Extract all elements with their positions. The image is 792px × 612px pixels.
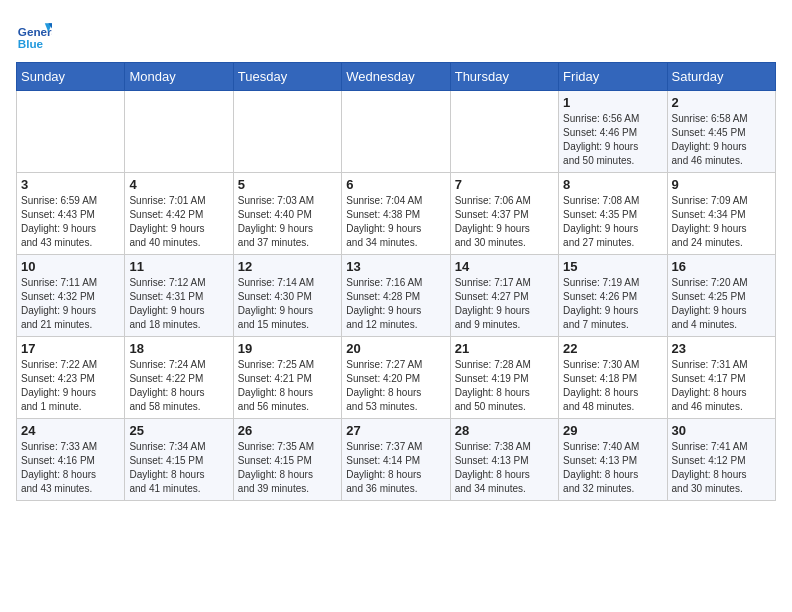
- day-number: 18: [129, 341, 228, 356]
- day-number: 4: [129, 177, 228, 192]
- day-info: Sunrise: 7:28 AM Sunset: 4:19 PM Dayligh…: [455, 358, 554, 414]
- day-info: Sunrise: 7:38 AM Sunset: 4:13 PM Dayligh…: [455, 440, 554, 496]
- day-info: Sunrise: 7:17 AM Sunset: 4:27 PM Dayligh…: [455, 276, 554, 332]
- day-info: Sunrise: 6:59 AM Sunset: 4:43 PM Dayligh…: [21, 194, 120, 250]
- day-cell: 14Sunrise: 7:17 AM Sunset: 4:27 PM Dayli…: [450, 255, 558, 337]
- day-info: Sunrise: 7:37 AM Sunset: 4:14 PM Dayligh…: [346, 440, 445, 496]
- day-cell: 4Sunrise: 7:01 AM Sunset: 4:42 PM Daylig…: [125, 173, 233, 255]
- day-number: 25: [129, 423, 228, 438]
- day-info: Sunrise: 7:30 AM Sunset: 4:18 PM Dayligh…: [563, 358, 662, 414]
- day-info: Sunrise: 7:04 AM Sunset: 4:38 PM Dayligh…: [346, 194, 445, 250]
- day-cell: 9Sunrise: 7:09 AM Sunset: 4:34 PM Daylig…: [667, 173, 775, 255]
- logo: General Blue: [16, 16, 56, 52]
- day-info: Sunrise: 7:11 AM Sunset: 4:32 PM Dayligh…: [21, 276, 120, 332]
- day-info: Sunrise: 7:41 AM Sunset: 4:12 PM Dayligh…: [672, 440, 771, 496]
- day-info: Sunrise: 7:06 AM Sunset: 4:37 PM Dayligh…: [455, 194, 554, 250]
- day-cell: 19Sunrise: 7:25 AM Sunset: 4:21 PM Dayli…: [233, 337, 341, 419]
- day-cell: 16Sunrise: 7:20 AM Sunset: 4:25 PM Dayli…: [667, 255, 775, 337]
- day-info: Sunrise: 7:33 AM Sunset: 4:16 PM Dayligh…: [21, 440, 120, 496]
- day-number: 2: [672, 95, 771, 110]
- day-info: Sunrise: 7:24 AM Sunset: 4:22 PM Dayligh…: [129, 358, 228, 414]
- day-info: Sunrise: 7:25 AM Sunset: 4:21 PM Dayligh…: [238, 358, 337, 414]
- day-info: Sunrise: 6:58 AM Sunset: 4:45 PM Dayligh…: [672, 112, 771, 168]
- day-info: Sunrise: 7:27 AM Sunset: 4:20 PM Dayligh…: [346, 358, 445, 414]
- day-cell: 5Sunrise: 7:03 AM Sunset: 4:40 PM Daylig…: [233, 173, 341, 255]
- day-number: 5: [238, 177, 337, 192]
- day-cell: 7Sunrise: 7:06 AM Sunset: 4:37 PM Daylig…: [450, 173, 558, 255]
- day-number: 14: [455, 259, 554, 274]
- week-row-5: 24Sunrise: 7:33 AM Sunset: 4:16 PM Dayli…: [17, 419, 776, 501]
- day-cell: 10Sunrise: 7:11 AM Sunset: 4:32 PM Dayli…: [17, 255, 125, 337]
- day-cell: [17, 91, 125, 173]
- day-info: Sunrise: 7:12 AM Sunset: 4:31 PM Dayligh…: [129, 276, 228, 332]
- day-cell: 8Sunrise: 7:08 AM Sunset: 4:35 PM Daylig…: [559, 173, 667, 255]
- day-cell: 28Sunrise: 7:38 AM Sunset: 4:13 PM Dayli…: [450, 419, 558, 501]
- day-number: 3: [21, 177, 120, 192]
- day-cell: [233, 91, 341, 173]
- day-number: 8: [563, 177, 662, 192]
- svg-text:Blue: Blue: [18, 37, 44, 50]
- day-cell: 26Sunrise: 7:35 AM Sunset: 4:15 PM Dayli…: [233, 419, 341, 501]
- weekday-header-wednesday: Wednesday: [342, 63, 450, 91]
- day-number: 23: [672, 341, 771, 356]
- weekday-header-sunday: Sunday: [17, 63, 125, 91]
- day-cell: 13Sunrise: 7:16 AM Sunset: 4:28 PM Dayli…: [342, 255, 450, 337]
- day-cell: 20Sunrise: 7:27 AM Sunset: 4:20 PM Dayli…: [342, 337, 450, 419]
- day-number: 28: [455, 423, 554, 438]
- day-info: Sunrise: 7:31 AM Sunset: 4:17 PM Dayligh…: [672, 358, 771, 414]
- day-number: 9: [672, 177, 771, 192]
- day-cell: 30Sunrise: 7:41 AM Sunset: 4:12 PM Dayli…: [667, 419, 775, 501]
- day-number: 12: [238, 259, 337, 274]
- weekday-header-friday: Friday: [559, 63, 667, 91]
- day-cell: 25Sunrise: 7:34 AM Sunset: 4:15 PM Dayli…: [125, 419, 233, 501]
- week-row-2: 3Sunrise: 6:59 AM Sunset: 4:43 PM Daylig…: [17, 173, 776, 255]
- day-cell: 27Sunrise: 7:37 AM Sunset: 4:14 PM Dayli…: [342, 419, 450, 501]
- day-cell: [342, 91, 450, 173]
- day-number: 10: [21, 259, 120, 274]
- day-cell: 21Sunrise: 7:28 AM Sunset: 4:19 PM Dayli…: [450, 337, 558, 419]
- day-number: 27: [346, 423, 445, 438]
- day-cell: 12Sunrise: 7:14 AM Sunset: 4:30 PM Dayli…: [233, 255, 341, 337]
- day-cell: 2Sunrise: 6:58 AM Sunset: 4:45 PM Daylig…: [667, 91, 775, 173]
- day-number: 16: [672, 259, 771, 274]
- day-info: Sunrise: 7:03 AM Sunset: 4:40 PM Dayligh…: [238, 194, 337, 250]
- week-row-1: 1Sunrise: 6:56 AM Sunset: 4:46 PM Daylig…: [17, 91, 776, 173]
- day-cell: 18Sunrise: 7:24 AM Sunset: 4:22 PM Dayli…: [125, 337, 233, 419]
- header: General Blue: [16, 16, 776, 52]
- day-info: Sunrise: 7:16 AM Sunset: 4:28 PM Dayligh…: [346, 276, 445, 332]
- day-number: 22: [563, 341, 662, 356]
- day-number: 15: [563, 259, 662, 274]
- day-info: Sunrise: 7:40 AM Sunset: 4:13 PM Dayligh…: [563, 440, 662, 496]
- day-info: Sunrise: 7:19 AM Sunset: 4:26 PM Dayligh…: [563, 276, 662, 332]
- day-info: Sunrise: 7:22 AM Sunset: 4:23 PM Dayligh…: [21, 358, 120, 414]
- day-info: Sunrise: 7:08 AM Sunset: 4:35 PM Dayligh…: [563, 194, 662, 250]
- day-number: 24: [21, 423, 120, 438]
- day-number: 6: [346, 177, 445, 192]
- weekday-header-tuesday: Tuesday: [233, 63, 341, 91]
- day-info: Sunrise: 7:20 AM Sunset: 4:25 PM Dayligh…: [672, 276, 771, 332]
- day-number: 26: [238, 423, 337, 438]
- day-number: 20: [346, 341, 445, 356]
- week-row-3: 10Sunrise: 7:11 AM Sunset: 4:32 PM Dayli…: [17, 255, 776, 337]
- day-cell: 23Sunrise: 7:31 AM Sunset: 4:17 PM Dayli…: [667, 337, 775, 419]
- day-info: Sunrise: 7:35 AM Sunset: 4:15 PM Dayligh…: [238, 440, 337, 496]
- day-number: 19: [238, 341, 337, 356]
- day-info: Sunrise: 6:56 AM Sunset: 4:46 PM Dayligh…: [563, 112, 662, 168]
- day-number: 1: [563, 95, 662, 110]
- day-number: 7: [455, 177, 554, 192]
- logo-icon: General Blue: [16, 16, 52, 52]
- day-cell: 17Sunrise: 7:22 AM Sunset: 4:23 PM Dayli…: [17, 337, 125, 419]
- day-cell: 15Sunrise: 7:19 AM Sunset: 4:26 PM Dayli…: [559, 255, 667, 337]
- day-number: 30: [672, 423, 771, 438]
- day-number: 13: [346, 259, 445, 274]
- day-cell: 3Sunrise: 6:59 AM Sunset: 4:43 PM Daylig…: [17, 173, 125, 255]
- day-cell: 29Sunrise: 7:40 AM Sunset: 4:13 PM Dayli…: [559, 419, 667, 501]
- day-info: Sunrise: 7:14 AM Sunset: 4:30 PM Dayligh…: [238, 276, 337, 332]
- week-row-4: 17Sunrise: 7:22 AM Sunset: 4:23 PM Dayli…: [17, 337, 776, 419]
- day-info: Sunrise: 7:34 AM Sunset: 4:15 PM Dayligh…: [129, 440, 228, 496]
- day-info: Sunrise: 7:01 AM Sunset: 4:42 PM Dayligh…: [129, 194, 228, 250]
- weekday-header-saturday: Saturday: [667, 63, 775, 91]
- day-cell: [450, 91, 558, 173]
- day-number: 21: [455, 341, 554, 356]
- day-cell: 1Sunrise: 6:56 AM Sunset: 4:46 PM Daylig…: [559, 91, 667, 173]
